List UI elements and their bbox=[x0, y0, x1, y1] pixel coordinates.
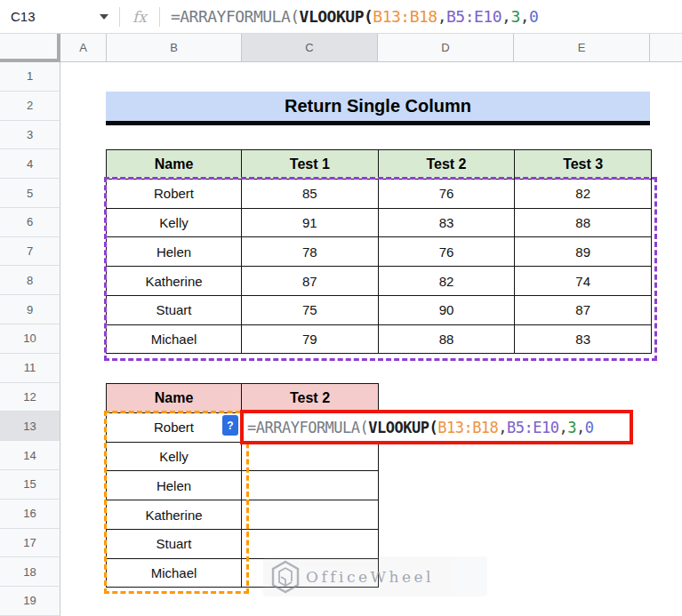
separator bbox=[159, 7, 160, 27]
table1-cell[interactable]: 89 bbox=[515, 237, 652, 267]
table2-cell[interactable] bbox=[242, 442, 379, 471]
table1-cell[interactable]: Kelly bbox=[107, 208, 242, 237]
row-header-2[interactable]: 2 bbox=[0, 92, 60, 121]
table1-header-cell[interactable]: Test 1 bbox=[242, 150, 379, 180]
formula-segment: 3 bbox=[567, 419, 576, 436]
row-header-11[interactable]: 11 bbox=[0, 354, 60, 383]
table2-cell[interactable] bbox=[242, 500, 379, 530]
table2-row: Katherine bbox=[107, 500, 379, 530]
row-header-8[interactable]: 8 bbox=[0, 266, 60, 295]
table2-cell[interactable]: Stuart bbox=[107, 529, 242, 558]
table1-cell[interactable]: 91 bbox=[242, 208, 379, 237]
table1-cell[interactable]: 90 bbox=[378, 295, 515, 324]
row-header-4[interactable]: 4 bbox=[0, 149, 60, 179]
row-header-18[interactable]: 18 bbox=[0, 557, 60, 587]
table1-cell[interactable]: 74 bbox=[515, 267, 652, 296]
table2-cell[interactable] bbox=[242, 471, 379, 500]
column-headers: ABCDE bbox=[0, 34, 682, 62]
active-cell-reference: C13 bbox=[11, 9, 36, 24]
table2-cell[interactable]: Kelly bbox=[107, 442, 242, 471]
spreadsheet-app: C13 fx =ARRAYFORMULA(VLOOKUP(B13:B18,B5:… bbox=[0, 0, 682, 616]
row-header-13[interactable]: 13 bbox=[0, 412, 60, 441]
table1-row: Helen787689 bbox=[107, 237, 652, 267]
row-header-12[interactable]: 12 bbox=[0, 383, 60, 412]
name-box[interactable]: C13 bbox=[0, 0, 119, 33]
table1-cell[interactable]: Stuart bbox=[107, 295, 242, 324]
row-header-19[interactable]: 19 bbox=[0, 587, 60, 616]
row-header-14[interactable]: 14 bbox=[0, 441, 60, 470]
select-all-corner[interactable] bbox=[0, 34, 60, 62]
table1-cell[interactable]: 79 bbox=[242, 324, 379, 354]
table1-cell[interactable]: 85 bbox=[242, 179, 379, 208]
table2-header-row: NameTest 2 bbox=[107, 384, 379, 413]
table2-header-cell[interactable]: Name bbox=[107, 384, 242, 413]
table1-cell[interactable]: 87 bbox=[242, 267, 379, 296]
table2-cell[interactable] bbox=[242, 529, 379, 558]
table1-cell[interactable]: 76 bbox=[378, 237, 515, 267]
formula-segment: , bbox=[437, 7, 446, 26]
row-header-16[interactable]: 16 bbox=[0, 500, 60, 529]
column-header-blank bbox=[650, 34, 682, 61]
table1-cell[interactable]: 88 bbox=[515, 208, 652, 237]
column-header-A[interactable]: A bbox=[60, 34, 107, 61]
table1-cell[interactable]: Robert bbox=[107, 179, 242, 208]
table1-cell[interactable]: Michael bbox=[107, 324, 242, 354]
table2-row: Kelly bbox=[107, 442, 379, 471]
table1-cell[interactable]: 78 bbox=[242, 237, 379, 267]
formula-segment: =ARRAYFORMULA( bbox=[171, 7, 300, 26]
table1-cell[interactable]: Katherine bbox=[107, 267, 242, 296]
table1-cell[interactable]: 83 bbox=[515, 324, 652, 354]
function-icon: fx bbox=[132, 8, 147, 26]
formula-segment: , bbox=[501, 7, 510, 26]
active-cell-formula-editor[interactable]: =ARRAYFORMULA(VLOOKUP(B13:B18,B5:E10,3,0 bbox=[240, 410, 633, 444]
column-header-D[interactable]: D bbox=[378, 34, 514, 61]
table1-cell[interactable]: 88 bbox=[378, 324, 515, 354]
formula-segment: , bbox=[576, 419, 585, 436]
table1-cell[interactable]: 75 bbox=[242, 295, 379, 324]
table1-cell[interactable]: 82 bbox=[515, 179, 652, 208]
column-letter-strip: ABCDE bbox=[60, 34, 682, 61]
row-header-6[interactable]: 6 bbox=[0, 208, 60, 237]
row-header-15[interactable]: 15 bbox=[0, 470, 60, 500]
table2-cell[interactable] bbox=[242, 558, 379, 588]
table2-cell[interactable]: Michael bbox=[107, 558, 242, 588]
table2-cell[interactable]: Katherine bbox=[107, 500, 242, 530]
formula-segment: 0 bbox=[585, 419, 594, 436]
formula-segment: B5:E10 bbox=[446, 7, 501, 26]
formula-segment: , bbox=[559, 419, 568, 436]
formula-segment: 3 bbox=[510, 7, 519, 26]
table1-cell[interactable]: 83 bbox=[378, 208, 515, 237]
row-header-3[interactable]: 3 bbox=[0, 121, 60, 150]
formula-segment: VLOOKUP( bbox=[300, 7, 373, 26]
merged-title-cell[interactable]: Return Single Column bbox=[106, 92, 650, 125]
formula-help-badge[interactable]: ? bbox=[222, 415, 238, 436]
column-header-B[interactable]: B bbox=[107, 34, 242, 61]
row-header-9[interactable]: 9 bbox=[0, 295, 60, 324]
row-header-17[interactable]: 17 bbox=[0, 529, 60, 558]
column-header-E[interactable]: E bbox=[514, 34, 650, 61]
table2-header-cell[interactable]: Test 2 bbox=[242, 384, 379, 413]
row-header-5[interactable]: 5 bbox=[0, 179, 60, 208]
column-header-C[interactable]: C bbox=[242, 34, 378, 61]
formula-input[interactable]: =ARRAYFORMULA(VLOOKUP(B13:B18,B5:E10,3,0 bbox=[171, 7, 539, 26]
name-box-dropdown-icon[interactable] bbox=[100, 14, 108, 20]
row-header-10[interactable]: 10 bbox=[0, 324, 60, 354]
table1-cell[interactable]: 87 bbox=[515, 295, 652, 324]
table2-cell[interactable]: Helen bbox=[107, 471, 242, 500]
formula-segment: B13:B18 bbox=[437, 419, 498, 436]
table1-header-cell[interactable]: Name bbox=[107, 150, 242, 180]
table1-cell[interactable]: 82 bbox=[378, 267, 515, 296]
formula-segment: =ARRAYFORMULA( bbox=[247, 419, 368, 436]
table1-row: Michael798883 bbox=[107, 324, 652, 354]
table1-header-cell[interactable]: Test 3 bbox=[515, 150, 652, 180]
formula-segment: B5:E10 bbox=[507, 419, 558, 436]
table2-cell[interactable]: Robert bbox=[107, 412, 242, 442]
table1-row: Robert857682 bbox=[107, 179, 652, 208]
row-headers: 12345678910111213141516171819 bbox=[0, 62, 60, 616]
separator bbox=[119, 7, 120, 27]
table1-header-cell[interactable]: Test 2 bbox=[378, 150, 515, 180]
table1-cell[interactable]: 76 bbox=[378, 179, 515, 208]
row-header-1[interactable]: 1 bbox=[0, 62, 60, 92]
table1-cell[interactable]: Helen bbox=[107, 237, 242, 267]
row-header-7[interactable]: 7 bbox=[0, 237, 60, 267]
